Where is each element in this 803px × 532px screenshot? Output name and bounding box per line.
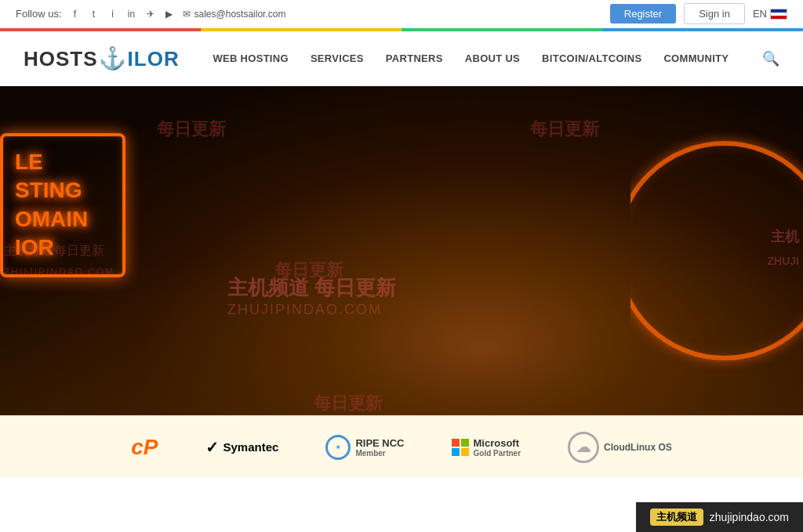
microsoft-label: Microsoft Gold Partner — [474, 437, 521, 458]
nav-web-hosting[interactable]: WEB HOSTING — [213, 52, 288, 64]
nav-bitcoin[interactable]: BITCOIN/ALTCOINS — [542, 52, 641, 64]
youtube-icon[interactable]: ▶ — [162, 7, 176, 21]
ms-sq-blue — [452, 448, 460, 456]
ms-sq-green — [461, 439, 469, 447]
twitter-icon[interactable]: t — [87, 7, 101, 21]
site-logo[interactable]: HOSTS⚓ILOR — [24, 45, 180, 71]
watermark-bar-url: zhujipindao.com — [710, 511, 789, 523]
ms-sq-red — [452, 439, 460, 447]
nav-partners[interactable]: PARTNERS — [386, 52, 443, 64]
email-address: sales@hostsailor.com — [194, 9, 286, 20]
signin-button[interactable]: Sign in — [684, 3, 745, 24]
cloudlinux-logo-item: ☁ CloudLinux OS — [568, 432, 672, 463]
watermark-side-left: 主机频道每日更新 — [4, 243, 104, 259]
search-button[interactable]: 🔍 — [762, 50, 779, 67]
neon-text-sting: STING — [15, 176, 111, 204]
ms-sq-yellow — [461, 448, 469, 456]
watermark-main-cn: 主机频道 每日更新 — [227, 274, 396, 302]
follow-label: Follow us: — [16, 8, 62, 20]
neon-text-domain: OMAIN — [15, 205, 111, 233]
cloudlinux-label: CloudLinux OS — [604, 442, 672, 453]
top-bar-left: Follow us: f t i in ✈ ▶ ✉ sales@hostsail… — [16, 7, 285, 21]
email-section: ✉ sales@hostsailor.com — [183, 9, 286, 20]
symantec-logo-item: ✓ Symantec — [205, 438, 279, 457]
ripe-logo-item: ★ RIPE NCC Member — [325, 435, 404, 460]
lang-label: EN — [753, 8, 767, 20]
logo-anchor-icon: ⚓ — [99, 45, 127, 71]
london-eye-circle — [630, 141, 803, 360]
nav-bar: HOSTS⚓ILOR WEB HOSTING SERVICES PARTNERS… — [0, 31, 803, 86]
top-bar-right: Register Sign in EN — [610, 3, 787, 24]
lang-section[interactable]: EN — [753, 8, 787, 20]
logo-text-ilor: ILOR — [128, 47, 180, 71]
ripe-label: RIPE NCC Member — [355, 437, 404, 458]
hero-banner: LE STING OMAIN IOR 每日更新 每日更新 每日更新 每日更新 主… — [0, 86, 803, 415]
ripe-inner: ★ — [336, 444, 340, 451]
instagram-icon[interactable]: i — [106, 7, 120, 21]
nav-services[interactable]: SERVICES — [311, 52, 364, 64]
watermark-bar-icon: 主机频道 — [650, 508, 703, 526]
neon-text-le: LE — [15, 148, 111, 176]
symantec-label: Symantec — [223, 440, 279, 454]
cloudlinux-icon: ☁ — [568, 432, 599, 463]
cpanel-icon: cP — [131, 435, 158, 460]
telegram-icon[interactable]: ✈ — [144, 7, 158, 21]
watermark-side-right-en: ZHUJI — [768, 255, 799, 267]
ripe-icon: ★ — [325, 435, 351, 460]
nav-about-us[interactable]: ABOUT US — [465, 52, 520, 64]
main-nav: WEB HOSTING SERVICES PARTNERS ABOUT US B… — [213, 52, 729, 64]
nav-community[interactable]: COMMUNITY — [663, 52, 729, 64]
watermark-bar: 主机频道 zhujipindao.com — [636, 502, 803, 532]
facebook-icon[interactable]: f — [68, 7, 82, 21]
logo-text-hosts: HOSTS — [24, 47, 98, 71]
cpanel-logo-item: cP — [131, 435, 158, 460]
flag-icon — [770, 9, 787, 20]
email-icon: ✉ — [183, 9, 191, 20]
logos-bar: cP ✓ Symantec ★ RIPE NCC Member Microsof… — [0, 415, 803, 478]
watermark-side-right-cn: 主机 — [771, 227, 799, 246]
watermark-sub-en: ZHUJIPINDAO.COM — [227, 302, 382, 318]
watermark-side-left-en: ZHUJIPINDAO.COM — [4, 266, 114, 277]
register-button[interactable]: Register — [610, 4, 676, 24]
microsoft-logo-item: Microsoft Gold Partner — [452, 437, 521, 458]
microsoft-icon — [452, 439, 469, 456]
top-bar: Follow us: f t i in ✈ ▶ ✉ sales@hostsail… — [0, 0, 803, 28]
symantec-check-icon: ✓ — [205, 438, 219, 457]
linkedin-icon[interactable]: in — [125, 7, 139, 21]
social-icons: f t i in ✈ ▶ — [68, 7, 176, 21]
